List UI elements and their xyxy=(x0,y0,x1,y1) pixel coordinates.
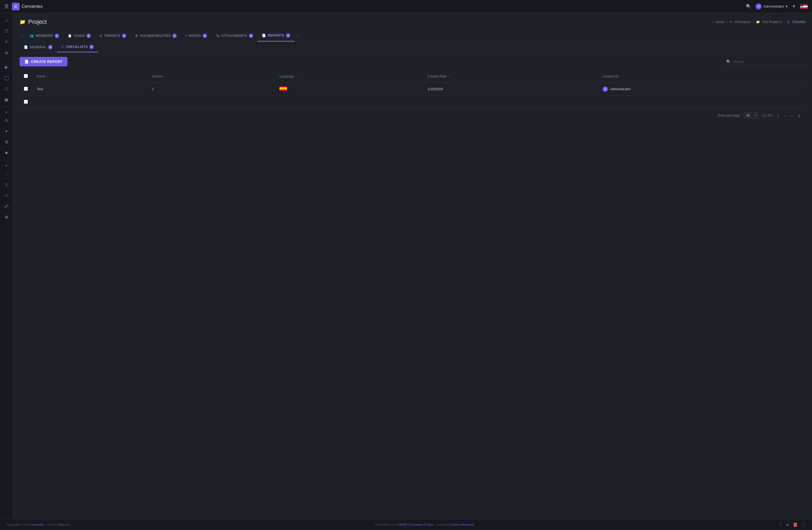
filter-date-icon[interactable]: ▿ xyxy=(448,75,450,78)
subtabs-row: 📄 GENERAL 0 ✓ CHECKLISTS 1 xyxy=(19,42,806,53)
empty-row-cell xyxy=(32,96,806,109)
sidebar-section-toggle-1[interactable]: ▲ xyxy=(2,109,11,114)
sidebar-item-briefcase[interactable]: ◯ xyxy=(2,73,11,83)
attachments-icon: 📎 xyxy=(216,34,220,38)
breadcrumb-project-link[interactable]: Test Project 1 xyxy=(762,20,782,24)
create-report-button[interactable]: 📄 CREATE REPORT xyxy=(19,57,68,67)
sidebar-item-folder[interactable]: ▶ xyxy=(2,62,11,72)
tab-tasks-label: TASKS xyxy=(73,34,85,38)
tab-attachments[interactable]: 📎 ATTACHMENTS 0 xyxy=(212,30,258,41)
top-navigation: ☰ C Cervantes 🔍 A Administrator ▾ ☀ xyxy=(0,0,812,13)
table-row-empty xyxy=(19,96,806,109)
sidebar-item-document[interactable]: ◻ xyxy=(2,84,11,93)
tab-targets[interactable]: ⊙ TARGETS 1 xyxy=(95,30,130,41)
sidebar-item-settings[interactable]: ⚙ xyxy=(2,137,11,147)
footer-right: 𝕏 ◆ 📕 ◯ xyxy=(779,522,806,527)
avatar: A xyxy=(756,3,762,10)
tab-vulnerabilities[interactable]: ⚙ VULNERABILITIES 1 xyxy=(131,30,181,41)
tab-notes-badge: 0 xyxy=(203,34,207,38)
tab-nav-next[interactable]: › xyxy=(295,30,300,42)
subtab-general-badge: 0 xyxy=(48,45,53,49)
menu-icon[interactable]: ☰ xyxy=(4,3,9,10)
user-menu[interactable]: A Administrator ▾ xyxy=(756,3,788,10)
sidebar-item-home[interactable]: ⌂ xyxy=(2,15,11,25)
empty-row-checkbox[interactable] xyxy=(24,100,28,104)
sidebar-item-apps[interactable]: ⋮ xyxy=(2,169,11,179)
subtab-general[interactable]: 📄 GENERAL 0 xyxy=(19,42,57,52)
sidebar-item-users[interactable]: ☸ xyxy=(2,212,11,222)
user-chevron-icon: ▾ xyxy=(786,4,788,9)
sidebar-item-file[interactable]: ☍ xyxy=(2,201,11,211)
tab-nav-prev[interactable]: ‹ xyxy=(19,30,25,42)
breadcrumb-project-icon: 📁 xyxy=(756,20,760,24)
subtab-checklists[interactable]: ✓ CHECKLISTS 1 xyxy=(57,42,98,52)
table-row[interactable]: Test 1 1/18/2024 A Administrator xyxy=(19,83,806,96)
tab-members[interactable]: 👥 MEMBERS 1 xyxy=(25,30,63,41)
sidebar-item-network[interactable]: ⊕ xyxy=(2,48,11,57)
github-icon[interactable]: ◯ xyxy=(801,522,806,527)
row-checkbox[interactable] xyxy=(24,87,28,91)
twitter-icon[interactable]: 𝕏 xyxy=(779,522,782,527)
sidebar-item-calendar[interactable]: ☷ xyxy=(2,26,11,36)
search-box: 🔍 xyxy=(724,58,806,65)
tab-tasks-badge: 2 xyxy=(86,34,91,38)
page-folder-icon: 📁 xyxy=(19,19,26,25)
sidebar: ⌂ ☷ ≡ ⊕ ▶ ◯ ◻ ▣ ▲ ⊙ ✦ ⚙ ■ ▲ ⋮ ⇧ ☺ ☍ ☸ xyxy=(0,13,13,519)
sidebar-item-tag[interactable]: ✦ xyxy=(2,126,11,136)
tab-reports-badge: 1 xyxy=(286,33,290,38)
row-created-date: 1/18/2024 xyxy=(423,83,598,96)
first-page-button[interactable]: |‹ xyxy=(776,113,781,118)
row-language xyxy=(275,83,423,96)
row-created-by-name: Administrator xyxy=(610,87,631,91)
sidebar-divider-1 xyxy=(3,60,10,60)
filter-version-icon[interactable]: ▿ xyxy=(164,75,166,78)
breadcrumb-workspace-link[interactable]: Workspace xyxy=(735,20,751,24)
rows-per-page-wrapper: 10 25 50 100 xyxy=(744,112,759,119)
sidebar-section-toggle-2[interactable]: ▲ xyxy=(2,162,11,168)
checklists-icon: ✓ xyxy=(61,45,64,49)
row-version: 1 xyxy=(148,83,275,96)
sidebar-item-user[interactable]: ☺ xyxy=(2,191,11,200)
footer-brand-link[interactable]: Cervantes xyxy=(31,523,44,526)
reports-table-container: Name ▿ Version ▿ Languag xyxy=(19,71,806,122)
sidebar-item-target[interactable]: ⊙ xyxy=(2,115,11,125)
filter-name-icon[interactable]: ▿ xyxy=(47,75,48,78)
tab-attachments-label: ATTACHMENTS xyxy=(221,34,247,38)
sidebar-item-grid[interactable]: ▣ xyxy=(2,94,11,104)
breadcrumb-home-icon: ⌂ xyxy=(712,20,714,24)
sidebar-item-upload[interactable]: ⇧ xyxy=(2,180,11,189)
select-all-checkbox[interactable] xyxy=(24,74,28,78)
search-icon[interactable]: 🔍 xyxy=(746,4,751,9)
book-icon[interactable]: 📕 xyxy=(793,522,797,527)
col-header-created-by: Created By ▿ xyxy=(598,71,806,83)
tab-members-badge: 1 xyxy=(55,34,59,38)
footer-owasp-link[interactable]: OWASP Foundation Project xyxy=(396,523,433,526)
footer-center: Cervantes is an OWASP Foundation Project… xyxy=(375,523,474,526)
pagination-row: Rows per page: 10 25 50 100 1-1 of 1 |‹ … xyxy=(19,109,806,122)
reports-table: Name ▿ Version ▿ Languag xyxy=(19,71,806,109)
row-avatar: A xyxy=(603,86,608,92)
language-flag[interactable] xyxy=(800,4,808,9)
footer-author-link[interactable]: Ruben Mesquida xyxy=(451,523,474,526)
tab-vulnerabilities-label: VULNERABILITIES xyxy=(140,34,171,38)
prev-page-button[interactable]: ‹ xyxy=(784,113,787,118)
tab-notes[interactable]: ≡ NOTES 0 xyxy=(181,30,211,41)
filter-created-by-icon[interactable]: ▿ xyxy=(620,75,622,78)
sidebar-item-reports[interactable]: ≡ xyxy=(2,37,11,47)
discord-icon[interactable]: ◆ xyxy=(786,522,789,527)
next-page-button[interactable]: › xyxy=(790,113,794,118)
tab-tasks[interactable]: 📋 TASKS 2 xyxy=(63,30,96,41)
rows-per-page-select[interactable]: 10 25 50 100 xyxy=(744,112,759,119)
tab-reports[interactable]: 📄 REPORTS 1 xyxy=(258,30,295,42)
breadcrumb-home-link[interactable]: Home xyxy=(716,20,724,24)
sidebar-item-castle[interactable]: ■ xyxy=(2,148,11,158)
filter-language-icon[interactable]: ▿ xyxy=(296,75,297,78)
row-name: Test xyxy=(32,83,148,96)
topnav-right: 🔍 A Administrator ▾ ☀ xyxy=(746,3,808,10)
last-page-button[interactable]: ›| xyxy=(797,113,801,118)
page-title: Project xyxy=(28,18,47,26)
row-checkbox-cell xyxy=(19,83,32,96)
app-logo[interactable]: C Cervantes xyxy=(12,3,43,10)
theme-toggle-icon[interactable]: ☀ xyxy=(792,4,796,9)
search-input[interactable] xyxy=(733,60,803,64)
